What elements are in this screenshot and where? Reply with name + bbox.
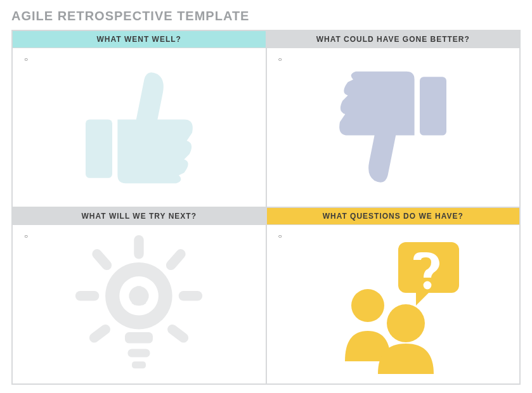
body-try-next[interactable]: ○ (13, 225, 266, 383)
quadrant-gone-better: WHAT COULD HAVE GONE BETTER? ○ (266, 30, 521, 207)
svg-line-4 (171, 254, 181, 266)
header-questions: WHAT QUESTIONS DO WE HAVE? (267, 208, 520, 225)
svg-rect-17 (132, 361, 146, 368)
thumbs-down-icon (320, 61, 466, 194)
lightbulb-idea-icon (69, 235, 209, 374)
svg-line-7 (94, 330, 106, 338)
svg-marker-19 (416, 290, 431, 306)
svg-line-13 (133, 296, 139, 304)
body-gone-better[interactable]: ○ (267, 48, 520, 207)
svg-point-21 (351, 289, 384, 322)
thumbs-up-icon (66, 61, 212, 194)
svg-line-3 (97, 254, 107, 266)
svg-rect-15 (125, 332, 153, 344)
svg-rect-18 (398, 242, 459, 293)
svg-rect-16 (128, 349, 150, 357)
people-question-icon (317, 235, 469, 374)
svg-rect-1 (420, 77, 446, 135)
header-gone-better: WHAT COULD HAVE GONE BETTER? (267, 31, 520, 48)
svg-line-14 (139, 296, 145, 304)
bullet-questions: ○ (278, 233, 282, 240)
body-went-well[interactable]: ○ (13, 48, 266, 207)
header-went-well: WHAT WENT WELL? (13, 31, 266, 48)
svg-point-22 (387, 304, 425, 342)
svg-point-20 (423, 281, 431, 290)
retro-grid: WHAT WENT WELL? ○ WHAT COULD HAVE GONE B… (11, 30, 521, 385)
body-questions[interactable]: ○ (267, 225, 520, 383)
svg-rect-0 (86, 119, 112, 177)
page-title: AGILE RETROSPECTIVE TEMPLATE (11, 9, 521, 23)
bullet-gone-better: ○ (278, 56, 282, 63)
svg-point-9 (129, 286, 149, 306)
header-try-next: WHAT WILL WE TRY NEXT? (13, 208, 266, 225)
svg-line-8 (172, 330, 184, 338)
quadrant-went-well: WHAT WENT WELL? ○ (12, 30, 266, 207)
bullet-went-well: ○ (24, 56, 28, 63)
quadrant-try-next: WHAT WILL WE TRY NEXT? ○ (12, 207, 266, 384)
quadrant-questions: WHAT QUESTIONS DO WE HAVE? ○ (266, 207, 521, 384)
bullet-try-next: ○ (24, 233, 28, 240)
